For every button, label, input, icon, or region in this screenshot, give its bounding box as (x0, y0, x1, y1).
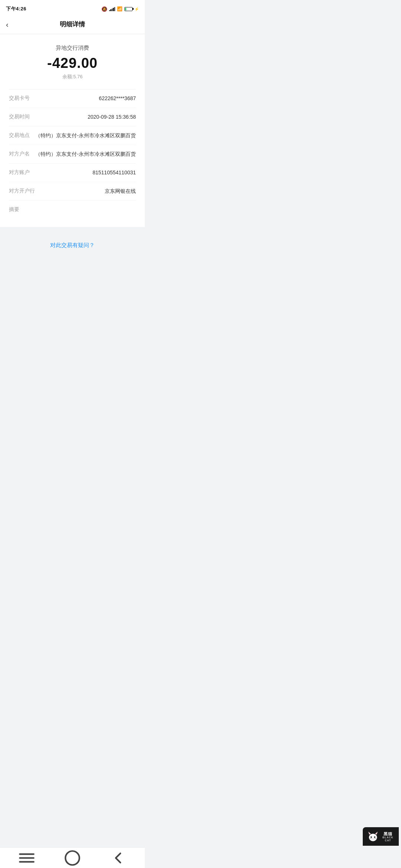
detail-row-summary: 摘要 (9, 201, 136, 218)
mute-icon: 🔕 (101, 6, 107, 12)
back-button[interactable]: ‹ (6, 21, 9, 28)
value-counterparty-name: （特约）京东支付-永州市冷水滩区双鹏百货 (35, 150, 136, 158)
value-bank: 京东网银在线 (35, 187, 136, 195)
page-title: 明细详情 (60, 20, 85, 29)
label-counterparty-name: 对方户名 (9, 150, 35, 157)
label-bank: 对方开户行 (9, 187, 35, 194)
value-account: 815110554110031 (35, 169, 136, 177)
query-link[interactable]: 对此交易有疑问？ (50, 242, 95, 249)
value-location: （特约）京东支付-永州市冷水滩区双鹏百货 (35, 132, 136, 139)
label-summary: 摘要 (9, 206, 35, 213)
label-time: 交易时间 (9, 113, 35, 120)
balance-label: 余额: (62, 74, 74, 79)
status-bar: 下午4:26 🔕 📶 ⚡ (0, 0, 145, 16)
detail-row-card: 交易卡号 622262****3687 (9, 89, 136, 108)
balance-value: 5.76 (73, 74, 82, 79)
transaction-amount: -429.00 (9, 55, 136, 71)
label-account: 对方账户 (9, 169, 35, 176)
transaction-card: 异地交行消费 -429.00 余额:5.76 交易卡号 622262****36… (0, 34, 145, 227)
detail-row-location: 交易地点 （特约）京东支付-永州市冷水滩区双鹏百货 (9, 126, 136, 145)
label-location: 交易地点 (9, 132, 35, 139)
status-icons: 🔕 📶 ⚡ (101, 6, 139, 12)
charging-icon: ⚡ (134, 7, 139, 11)
wifi-icon: 📶 (117, 6, 123, 11)
value-card: 622262****3687 (35, 95, 136, 102)
detail-row-time: 交易时间 2020-09-28 15:36:58 (9, 108, 136, 126)
detail-row-bank: 对方开户行 京东网银在线 (9, 182, 136, 201)
value-time: 2020-09-28 15:36:58 (35, 113, 136, 121)
detail-list: 交易卡号 622262****3687 交易时间 2020-09-28 15:3… (9, 89, 136, 218)
transaction-type: 异地交行消费 (9, 45, 136, 52)
detail-row-counterparty-name: 对方户名 （特约）京东支付-永州市冷水滩区双鹏百货 (9, 145, 136, 164)
label-card: 交易卡号 (9, 95, 35, 102)
transaction-balance: 余额:5.76 (9, 73, 136, 80)
gray-area: 对此交易有疑问？ (0, 227, 145, 338)
signal-icon (109, 7, 115, 11)
nav-header: ‹ 明细详情 (0, 16, 145, 34)
status-time: 下午4:26 (6, 6, 26, 12)
detail-row-account: 对方账户 815110554110031 (9, 164, 136, 182)
battery-icon (124, 7, 133, 11)
